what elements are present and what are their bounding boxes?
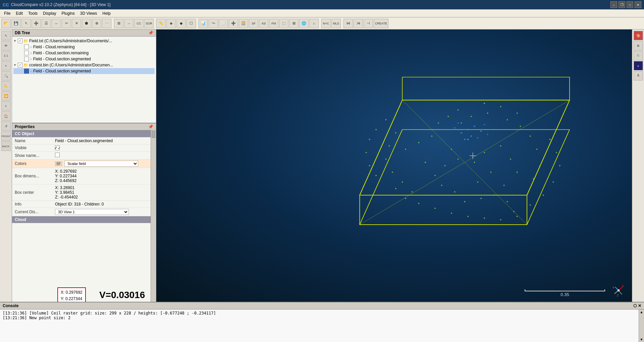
- right-settings[interactable]: ⚙: [634, 41, 643, 50]
- check-3[interactable]: [24, 57, 29, 61]
- left-sidebar: ↖ 👁 1:1 + 🔍 📐 ⏪ + 🏠 ↺ FRONT BACK: [0, 30, 12, 302]
- viewport[interactable]: 0.35 X Y Z: [156, 30, 632, 302]
- curve-button[interactable]: 〜: [209, 19, 218, 28]
- save-button[interactable]: 💾: [11, 19, 21, 28]
- tree-content[interactable]: ▼ 📁 Field.txt (C:/Users/Administrator/Do…: [12, 37, 156, 123]
- nav-ruler[interactable]: 📐: [1, 81, 11, 91]
- nc-button[interactable]: N+C: [321, 19, 331, 28]
- chart-button[interactable]: 📊: [199, 19, 208, 28]
- prop-currentdis-value[interactable]: 3D View 1: [52, 208, 151, 216]
- viewport-canvas[interactable]: 0.35 X Y Z: [156, 30, 632, 302]
- globe-button[interactable]: 🌐: [299, 19, 309, 28]
- console-scroll-up[interactable]: ▲: [639, 309, 644, 315]
- tree-item-1[interactable]: ○ Field - Cloud.remaining: [13, 44, 155, 50]
- select-button[interactable]: ↖: [21, 19, 31, 28]
- calc-button[interactable]: 🧮: [239, 19, 248, 28]
- nav-front[interactable]: FRONT: [1, 131, 11, 141]
- tree-item-0[interactable]: ▼ 📁 Field.txt (C:/Users/Administrator/Do…: [13, 38, 155, 44]
- menu-file[interactable]: File: [1, 10, 13, 16]
- check-4[interactable]: [18, 63, 22, 67]
- tree-item-5[interactable]: ○ Field - Cloud.section.segmented: [13, 68, 155, 74]
- nav-plus[interactable]: +: [1, 101, 11, 111]
- restore-button[interactable]: ❐: [619, 1, 625, 8]
- visible-checkbox[interactable]: ✓: [55, 146, 60, 150]
- list-button[interactable]: ☰: [42, 19, 51, 28]
- nav-eye[interactable]: 👁: [1, 41, 11, 50]
- check-0[interactable]: [18, 39, 22, 43]
- right-r[interactable]: R̈: [634, 71, 643, 80]
- merge-button[interactable]: ⊣: [364, 19, 373, 28]
- check-5[interactable]: [24, 69, 29, 73]
- menu-help[interactable]: Help: [100, 10, 113, 16]
- tree-item-3[interactable]: ○ Field - Cloud.section.segmented: [13, 56, 155, 62]
- toggle-4[interactable]: ▼: [13, 63, 17, 67]
- open-button[interactable]: 📂: [1, 19, 11, 28]
- close-button[interactable]: ✕: [635, 1, 641, 8]
- dist-button[interactable]: ◈: [166, 19, 176, 28]
- right-color[interactable]: 🎨: [634, 31, 643, 40]
- prop-showname-value[interactable]: [52, 152, 151, 160]
- currentdis-select[interactable]: 3D View 1: [55, 209, 129, 215]
- reg-button[interactable]: ⋈: [343, 19, 353, 28]
- showname-checkbox[interactable]: [55, 153, 60, 157]
- kd-button[interactable]: Kd: [259, 19, 268, 28]
- filter-button[interactable]: ⬟: [82, 19, 91, 28]
- sor-button[interactable]: SOR: [144, 19, 154, 28]
- right-n[interactable]: N̈: [634, 51, 643, 60]
- create-button[interactable]: CREATE: [374, 19, 388, 28]
- tree-item-4[interactable]: ▼ 📁 ccetest.bin (C:/Users/Administrator/…: [13, 62, 155, 68]
- delete-button[interactable]: ✕: [72, 19, 81, 28]
- menu-3dviews[interactable]: 3D Views: [77, 10, 100, 16]
- box-button[interactable]: ⬜: [219, 19, 228, 28]
- nav-select[interactable]: ↖: [1, 31, 11, 40]
- console-popout[interactable]: ⬡: [633, 303, 637, 308]
- mls-button[interactable]: MLS: [331, 19, 341, 28]
- arrow-button[interactable]: →: [124, 19, 133, 28]
- svg-point-32: [487, 113, 488, 114]
- minimize-button[interactable]: –: [610, 1, 617, 8]
- prop-colors-value[interactable]: SF Scalar field: [52, 160, 151, 168]
- check-2[interactable]: [24, 51, 29, 55]
- props-pin[interactable]: 📌: [148, 124, 153, 129]
- target-button[interactable]: ⊕: [92, 19, 101, 28]
- nav-refresh[interactable]: ↺: [1, 121, 11, 131]
- transform-button[interactable]: ↔: [52, 19, 61, 28]
- dots-button[interactable]: ⋯: [102, 19, 111, 28]
- sf-button[interactable]: SF: [249, 19, 258, 28]
- maximize-button[interactable]: □: [627, 1, 633, 8]
- icp-button[interactable]: ⋊: [354, 19, 363, 28]
- clear-button[interactable]: ☐: [186, 19, 196, 28]
- globe2-button[interactable]: ○: [309, 19, 319, 28]
- check-1[interactable]: [24, 45, 29, 49]
- nav-back[interactable]: ⏪: [1, 91, 11, 101]
- console-scrollbar[interactable]: ▲ ▼: [639, 309, 644, 342]
- menu-tools[interactable]: Tools: [25, 10, 40, 16]
- plus2-button[interactable]: ➕: [229, 19, 238, 28]
- add-button[interactable]: ➕: [32, 19, 41, 28]
- colors-select[interactable]: Scalar field: [64, 161, 138, 167]
- menu-display[interactable]: Display: [40, 10, 59, 16]
- export-button[interactable]: ⬚: [279, 19, 288, 28]
- right-blue[interactable]: ●: [634, 61, 643, 70]
- nav-home[interactable]: 🏠: [1, 111, 11, 121]
- tree-item-2[interactable]: ○ Field - Cloud.section.remaining: [13, 50, 155, 56]
- props-scrollbar[interactable]: [151, 130, 156, 302]
- nav-back2[interactable]: BACK: [1, 141, 11, 151]
- c2m-button[interactable]: ◆: [176, 19, 186, 28]
- scissors-button[interactable]: ✂: [62, 19, 71, 28]
- console-close[interactable]: ✕: [638, 303, 641, 308]
- menu-plugins[interactable]: Plugins: [59, 10, 77, 16]
- nav-add[interactable]: +: [1, 61, 11, 70]
- toggle-0[interactable]: ▼: [13, 39, 17, 43]
- nav-ratio[interactable]: 1:1: [1, 51, 11, 60]
- cc-button[interactable]: CC: [134, 19, 144, 28]
- console-scroll-dn[interactable]: ▼: [639, 337, 644, 342]
- nav-zoom[interactable]: 🔍: [1, 71, 11, 80]
- menu-edit[interactable]: Edit: [13, 10, 25, 16]
- prop-visible-value[interactable]: ✓: [52, 145, 151, 152]
- grid-button[interactable]: ⊞: [289, 19, 299, 28]
- dbtree-pin[interactable]: 📌: [148, 31, 153, 35]
- measure-button[interactable]: 📏: [156, 19, 166, 28]
- sample-button[interactable]: ⊞: [114, 19, 123, 28]
- fm-button[interactable]: FM: [269, 19, 278, 28]
